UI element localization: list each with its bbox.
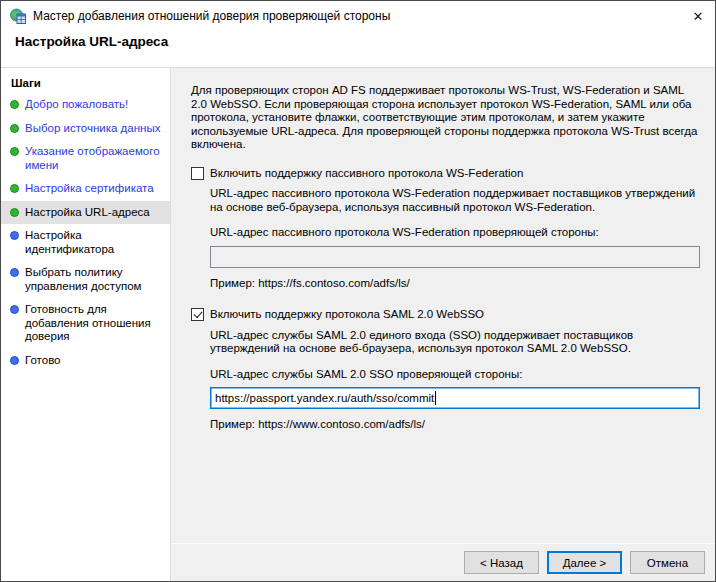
wsfed-url-label: URL-адрес пассивного протокола WS-Federa… <box>210 226 699 240</box>
close-icon[interactable]: ✕ <box>681 1 715 31</box>
step-status-icon <box>10 305 19 314</box>
sidebar-step-9: Готово <box>1 349 170 373</box>
sidebar-step-3[interactable]: Указание отображаемого имени <box>1 140 170 177</box>
step-status-icon <box>10 268 19 277</box>
saml-sso-url-input[interactable]: https://passport.yandex.ru/auth/sso/comm… <box>210 387 700 409</box>
steps-list: Добро пожаловать!Выбор источника данныхУ… <box>1 93 170 372</box>
step-label: Добро пожаловать! <box>25 98 128 110</box>
wsfed-description: URL-адрес пассивного протокола WS-Federa… <box>210 187 699 214</box>
step-status-icon <box>10 124 19 133</box>
wsfed-section-body: URL-адрес пассивного протокола WS-Federa… <box>191 187 699 290</box>
intro-text: Для проверяющих сторон AD FS поддерживае… <box>191 84 698 152</box>
step-status-icon <box>10 231 19 240</box>
saml-section-body: URL-адрес службы SAML 2.0 единого входа … <box>191 329 699 432</box>
steps-heading: Шаги <box>1 75 170 93</box>
window-title: Мастер добавления отношений доверия пров… <box>33 9 390 23</box>
sidebar-step-7: Выбрать политику управления доступом <box>1 261 170 298</box>
saml-checkbox-label[interactable]: Включить поддержку протокола SAML 2.0 We… <box>210 308 484 322</box>
title-bar: Мастер добавления отношений доверия пров… <box>1 1 715 31</box>
wsfed-checkbox[interactable] <box>191 167 204 180</box>
page-header: Настройка URL-адреса <box>1 31 715 68</box>
saml-example: Пример: https://www.contoso.com/adfs/ls/ <box>210 418 699 432</box>
wsfed-checkbox-label[interactable]: Включить поддержку пассивного протокола … <box>210 167 523 181</box>
sidebar-step-8: Готовность для добавления отношения дове… <box>1 298 170 349</box>
step-label: Готово <box>25 354 61 366</box>
step-status-icon <box>10 184 19 193</box>
page-content: Для проверяющих сторон AD FS поддерживае… <box>171 68 715 543</box>
saml-checkbox[interactable] <box>191 308 204 321</box>
step-label: Готовность для добавления отношения дове… <box>25 303 151 342</box>
steps-sidebar: Шаги Добро пожаловать!Выбор источника да… <box>1 68 171 581</box>
saml-url-label: URL-адрес службы SAML 2.0 SSO проверяюще… <box>210 368 699 382</box>
step-label: Выбор источника данных <box>25 122 160 134</box>
saml-description: URL-адрес службы SAML 2.0 единого входа … <box>210 329 699 356</box>
wizard-dialog: Мастер добавления отношений доверия пров… <box>0 0 716 582</box>
sidebar-step-6: Настройка идентификатора <box>1 224 170 261</box>
button-bar: < Назад Далее > Отмена <box>171 543 715 581</box>
step-status-icon <box>10 356 19 365</box>
saml-section-header: Включить поддержку протокола SAML 2.0 We… <box>191 308 699 322</box>
step-label: Настройка URL-адреса <box>25 206 150 218</box>
sidebar-step-4[interactable]: Настройка сертификата <box>1 177 170 201</box>
step-label: Настройка сертификата <box>25 182 154 194</box>
step-label: Указание отображаемого имени <box>25 145 160 171</box>
main-panel: Для проверяющих сторон AD FS поддерживае… <box>171 68 715 581</box>
wsfed-example: Пример: https://fs.contoso.com/adfs/ls/ <box>210 277 699 291</box>
next-button[interactable]: Далее > <box>547 551 622 574</box>
wsfed-section-header: Включить поддержку пассивного протокола … <box>191 167 699 181</box>
step-label: Настройка идентификатора <box>25 229 114 255</box>
step-label: Выбрать политику управления доступом <box>25 266 141 292</box>
sidebar-step-2[interactable]: Выбор источника данных <box>1 117 170 141</box>
step-status-icon <box>10 208 19 217</box>
sidebar-step-1[interactable]: Добро пожаловать! <box>1 93 170 117</box>
page-title: Настройка URL-адреса <box>15 34 715 49</box>
back-button[interactable]: < Назад <box>464 551 539 574</box>
cancel-button[interactable]: Отмена <box>630 551 705 574</box>
step-status-icon <box>10 100 19 109</box>
saml-sso-url-value: https://passport.yandex.ru/auth/sso/comm… <box>215 388 434 408</box>
text-caret <box>435 391 436 405</box>
sidebar-step-5: Настройка URL-адреса <box>1 201 170 225</box>
wsfed-url-input <box>210 246 700 268</box>
step-status-icon <box>10 147 19 156</box>
wizard-icon <box>10 8 26 24</box>
